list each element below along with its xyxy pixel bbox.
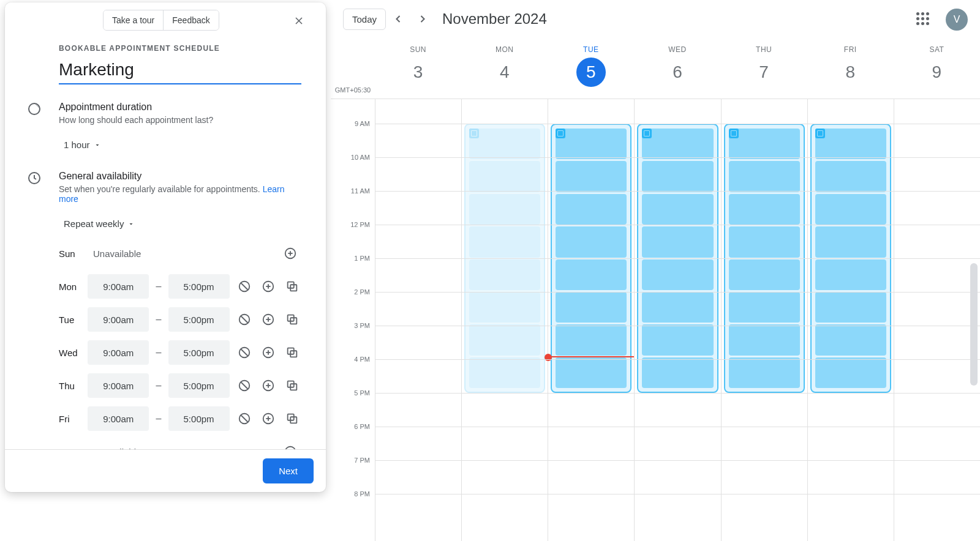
remove-time-button[interactable] — [236, 375, 254, 397]
apps-icon[interactable] — [911, 7, 936, 32]
appointment-slot[interactable] — [642, 129, 713, 159]
day-number[interactable]: 9 — [922, 58, 951, 87]
appointment-slot[interactable] — [729, 357, 800, 388]
appointment-slot[interactable] — [815, 161, 886, 192]
add-time-button[interactable] — [279, 441, 301, 449]
duration-dropdown[interactable]: 1 hour — [59, 136, 106, 154]
copy-time-button[interactable] — [284, 375, 301, 397]
start-time-input[interactable] — [88, 340, 149, 365]
appointment-slot[interactable] — [469, 324, 540, 355]
copy-time-button[interactable] — [284, 408, 301, 430]
today-button[interactable]: Today — [343, 9, 386, 30]
page-scrollbar[interactable] — [970, 263, 978, 386]
appointment-slot[interactable] — [729, 226, 800, 257]
next-step-button[interactable]: Next — [263, 458, 314, 483]
day-column[interactable] — [548, 99, 634, 541]
add-time-button[interactable] — [260, 275, 277, 297]
repeat-dropdown[interactable]: Repeat weekly — [59, 215, 140, 233]
day-column[interactable] — [461, 99, 548, 541]
end-time-input[interactable] — [168, 307, 230, 332]
appointment-slot[interactable] — [729, 161, 800, 192]
unavailable-label: Unavailable — [93, 447, 273, 450]
appointment-slot[interactable] — [642, 161, 713, 192]
appointment-slot[interactable] — [556, 226, 627, 257]
appointment-slot[interactable] — [556, 194, 627, 225]
start-time-input[interactable] — [88, 406, 149, 431]
appointment-slot[interactable] — [815, 357, 886, 388]
appointment-slot[interactable] — [469, 226, 540, 257]
appointment-slot[interactable] — [556, 324, 627, 355]
appointment-slot[interactable] — [469, 259, 540, 290]
appointment-slot[interactable] — [469, 194, 540, 225]
copy-time-button[interactable] — [284, 341, 301, 364]
end-time-input[interactable] — [168, 274, 230, 299]
appointment-slot[interactable] — [815, 259, 886, 290]
add-time-button[interactable] — [279, 242, 301, 264]
day-column[interactable] — [894, 99, 980, 541]
appointment-slot[interactable] — [642, 259, 713, 290]
end-time-input[interactable] — [168, 340, 230, 365]
appointment-slot[interactable] — [556, 292, 627, 323]
remove-time-button[interactable] — [236, 408, 254, 430]
remove-time-button[interactable] — [236, 275, 254, 297]
panel-help-buttons: Take a tour Feedback — [103, 10, 219, 31]
copy-time-button[interactable] — [284, 308, 301, 330]
panel-body[interactable]: BOOKABLE APPOINTMENT SCHEDULE Appointmen… — [5, 31, 326, 449]
appointment-slot[interactable] — [556, 161, 627, 192]
appointment-slot[interactable] — [729, 194, 800, 225]
appointment-slot[interactable] — [815, 194, 886, 225]
day-column[interactable] — [634, 99, 720, 541]
appointment-slot[interactable] — [642, 194, 713, 225]
appointment-slot[interactable] — [469, 129, 540, 159]
appointment-slot[interactable] — [556, 357, 627, 388]
add-time-button[interactable] — [260, 375, 277, 397]
day-number[interactable]: 3 — [404, 58, 433, 87]
appointment-slot[interactable] — [642, 226, 713, 257]
appointment-slot[interactable] — [815, 226, 886, 257]
appointment-slot[interactable] — [469, 357, 540, 388]
appointment-slot[interactable] — [469, 292, 540, 323]
add-time-button[interactable] — [260, 408, 277, 430]
appointment-slot[interactable] — [642, 357, 713, 388]
appointment-slot[interactable] — [815, 129, 886, 159]
start-time-input[interactable] — [88, 274, 149, 299]
start-time-input[interactable] — [88, 373, 149, 398]
appointment-slot[interactable] — [815, 292, 886, 323]
appointment-slot[interactable] — [642, 292, 713, 323]
close-button[interactable] — [293, 9, 317, 33]
calendar-grid[interactable]: 9 AM10 AM11 AM12 PM1 PM2 PM3 PM4 PM5 PM6… — [331, 99, 980, 541]
end-time-input[interactable] — [168, 406, 230, 431]
start-time-input[interactable] — [88, 307, 149, 332]
panel-footer: Next — [5, 449, 326, 492]
appointment-slot[interactable] — [556, 129, 627, 159]
appointment-slot[interactable] — [729, 259, 800, 290]
copy-time-button[interactable] — [284, 275, 301, 297]
appointment-slot[interactable] — [469, 161, 540, 192]
schedule-title-input[interactable] — [59, 58, 301, 84]
take-tour-button[interactable]: Take a tour — [104, 10, 163, 30]
day-column[interactable] — [375, 99, 461, 541]
next-button[interactable] — [410, 7, 435, 31]
appointment-slot[interactable] — [815, 324, 886, 355]
avatar[interactable]: V — [946, 9, 968, 31]
day-number[interactable]: 4 — [490, 58, 519, 87]
availability-section: General availability Set when you're reg… — [59, 171, 301, 449]
day-column[interactable] — [721, 99, 807, 541]
appointment-slot[interactable] — [729, 292, 800, 323]
prev-button[interactable] — [386, 7, 410, 31]
appointment-slot[interactable] — [642, 324, 713, 355]
day-number[interactable]: 8 — [835, 58, 865, 87]
appointment-slot[interactable] — [729, 324, 800, 355]
end-time-input[interactable] — [168, 373, 230, 398]
remove-time-button[interactable] — [236, 308, 254, 330]
feedback-button[interactable]: Feedback — [163, 10, 218, 30]
appointment-slot[interactable] — [556, 259, 627, 290]
day-number[interactable]: 7 — [749, 58, 778, 87]
day-number[interactable]: 5 — [576, 58, 606, 87]
add-time-button[interactable] — [260, 308, 277, 330]
day-column[interactable] — [807, 99, 894, 541]
add-time-button[interactable] — [260, 341, 277, 364]
appointment-slot[interactable] — [729, 129, 800, 159]
remove-time-button[interactable] — [236, 341, 254, 364]
day-number[interactable]: 6 — [663, 58, 692, 87]
